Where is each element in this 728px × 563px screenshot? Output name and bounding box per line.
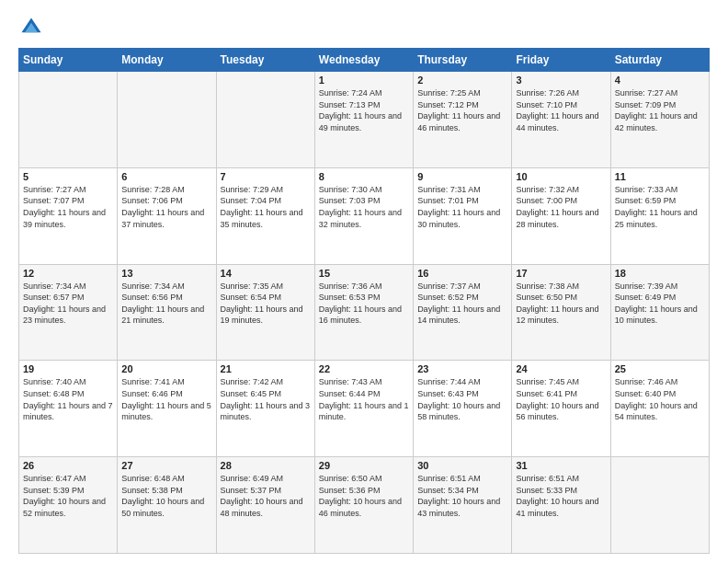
- day-info: Sunrise: 6:51 AM Sunset: 5:33 PM Dayligh…: [516, 473, 606, 519]
- day-info: Sunrise: 6:51 AM Sunset: 5:34 PM Dayligh…: [417, 473, 507, 519]
- day-cell: 26Sunrise: 6:47 AM Sunset: 5:39 PM Dayli…: [19, 457, 118, 554]
- day-number: 6: [121, 171, 211, 182]
- day-cell: 5Sunrise: 7:27 AM Sunset: 7:07 PM Daylig…: [19, 167, 118, 264]
- day-number: 19: [23, 363, 113, 374]
- day-number: 30: [417, 460, 507, 471]
- day-number: 31: [516, 460, 606, 471]
- day-number: 25: [615, 363, 705, 374]
- day-number: 15: [319, 268, 409, 279]
- day-info: Sunrise: 7:34 AM Sunset: 6:57 PM Dayligh…: [23, 281, 113, 327]
- day-number: 2: [417, 75, 507, 86]
- weekday-header-row: SundayMondayTuesdayWednesdayThursdayFrid…: [19, 49, 710, 72]
- day-number: 23: [417, 363, 507, 374]
- day-cell: 3Sunrise: 7:26 AM Sunset: 7:10 PM Daylig…: [512, 72, 610, 168]
- day-info: Sunrise: 7:27 AM Sunset: 7:09 PM Dayligh…: [615, 87, 705, 133]
- day-cell: [118, 72, 216, 168]
- day-number: 12: [23, 268, 113, 279]
- logo: [18, 15, 48, 40]
- day-number: 18: [615, 268, 705, 279]
- day-info: Sunrise: 7:36 AM Sunset: 6:53 PM Dayligh…: [319, 281, 409, 327]
- day-cell: 14Sunrise: 7:35 AM Sunset: 6:54 PM Dayli…: [216, 264, 314, 361]
- day-info: Sunrise: 7:32 AM Sunset: 7:00 PM Dayligh…: [516, 184, 606, 230]
- day-info: Sunrise: 7:44 AM Sunset: 6:43 PM Dayligh…: [417, 376, 507, 422]
- day-info: Sunrise: 6:47 AM Sunset: 5:39 PM Dayligh…: [23, 473, 113, 519]
- day-info: Sunrise: 7:25 AM Sunset: 7:12 PM Dayligh…: [417, 87, 507, 133]
- day-info: Sunrise: 6:48 AM Sunset: 5:38 PM Dayligh…: [121, 473, 211, 519]
- day-number: 5: [23, 171, 113, 182]
- day-info: Sunrise: 7:35 AM Sunset: 6:54 PM Dayligh…: [221, 281, 311, 327]
- day-info: Sunrise: 7:27 AM Sunset: 7:07 PM Dayligh…: [23, 184, 113, 230]
- week-row-5: 26Sunrise: 6:47 AM Sunset: 5:39 PM Dayli…: [19, 457, 710, 554]
- day-number: 24: [516, 363, 606, 374]
- day-cell: [19, 72, 118, 168]
- day-info: Sunrise: 7:26 AM Sunset: 7:10 PM Dayligh…: [516, 87, 606, 133]
- page: SundayMondayTuesdayWednesdayThursdayFrid…: [0, 0, 728, 563]
- day-cell: 16Sunrise: 7:37 AM Sunset: 6:52 PM Dayli…: [414, 264, 512, 361]
- day-number: 29: [319, 460, 409, 471]
- weekday-header-saturday: Saturday: [610, 49, 709, 72]
- header: [18, 15, 710, 40]
- weekday-header-tuesday: Tuesday: [216, 49, 314, 72]
- logo-icon: [18, 15, 44, 40]
- day-cell: 19Sunrise: 7:40 AM Sunset: 6:48 PM Dayli…: [19, 361, 118, 457]
- day-cell: 4Sunrise: 7:27 AM Sunset: 7:09 PM Daylig…: [610, 72, 709, 168]
- day-cell: 18Sunrise: 7:39 AM Sunset: 6:49 PM Dayli…: [610, 264, 709, 361]
- day-number: 7: [221, 171, 311, 182]
- day-cell: 29Sunrise: 6:50 AM Sunset: 5:36 PM Dayli…: [314, 457, 413, 554]
- day-info: Sunrise: 7:42 AM Sunset: 6:45 PM Dayligh…: [221, 376, 311, 422]
- week-row-3: 12Sunrise: 7:34 AM Sunset: 6:57 PM Dayli…: [19, 264, 710, 361]
- day-info: Sunrise: 7:31 AM Sunset: 7:01 PM Dayligh…: [417, 184, 507, 230]
- day-info: Sunrise: 7:41 AM Sunset: 6:46 PM Dayligh…: [121, 376, 211, 422]
- day-cell: 21Sunrise: 7:42 AM Sunset: 6:45 PM Dayli…: [216, 361, 314, 457]
- day-number: 9: [417, 171, 507, 182]
- day-number: 27: [121, 460, 211, 471]
- day-info: Sunrise: 7:29 AM Sunset: 7:04 PM Dayligh…: [221, 184, 311, 230]
- weekday-header-friday: Friday: [512, 49, 610, 72]
- weekday-header-sunday: Sunday: [19, 49, 118, 72]
- day-info: Sunrise: 7:37 AM Sunset: 6:52 PM Dayligh…: [417, 281, 507, 327]
- weekday-header-monday: Monday: [118, 49, 216, 72]
- weekday-header-wednesday: Wednesday: [314, 49, 413, 72]
- day-info: Sunrise: 7:38 AM Sunset: 6:50 PM Dayligh…: [516, 281, 606, 327]
- day-cell: 8Sunrise: 7:30 AM Sunset: 7:03 PM Daylig…: [314, 167, 413, 264]
- day-number: 1: [319, 75, 409, 86]
- day-cell: 24Sunrise: 7:45 AM Sunset: 6:41 PM Dayli…: [512, 361, 610, 457]
- week-row-4: 19Sunrise: 7:40 AM Sunset: 6:48 PM Dayli…: [19, 361, 710, 457]
- day-number: 3: [516, 75, 606, 86]
- day-cell: 2Sunrise: 7:25 AM Sunset: 7:12 PM Daylig…: [414, 72, 512, 168]
- day-cell: 10Sunrise: 7:32 AM Sunset: 7:00 PM Dayli…: [512, 167, 610, 264]
- day-info: Sunrise: 7:30 AM Sunset: 7:03 PM Dayligh…: [319, 184, 409, 230]
- day-info: Sunrise: 6:49 AM Sunset: 5:37 PM Dayligh…: [221, 473, 311, 519]
- day-number: 10: [516, 171, 606, 182]
- day-cell: 12Sunrise: 7:34 AM Sunset: 6:57 PM Dayli…: [19, 264, 118, 361]
- day-number: 26: [23, 460, 113, 471]
- day-cell: [216, 72, 314, 168]
- day-cell: 30Sunrise: 6:51 AM Sunset: 5:34 PM Dayli…: [414, 457, 512, 554]
- day-cell: 1Sunrise: 7:24 AM Sunset: 7:13 PM Daylig…: [314, 72, 413, 168]
- day-cell: 28Sunrise: 6:49 AM Sunset: 5:37 PM Dayli…: [216, 457, 314, 554]
- day-cell: 7Sunrise: 7:29 AM Sunset: 7:04 PM Daylig…: [216, 167, 314, 264]
- day-info: Sunrise: 7:40 AM Sunset: 6:48 PM Dayligh…: [23, 376, 113, 422]
- day-number: 16: [417, 268, 507, 279]
- week-row-1: 1Sunrise: 7:24 AM Sunset: 7:13 PM Daylig…: [19, 72, 710, 168]
- day-number: 22: [319, 363, 409, 374]
- week-row-2: 5Sunrise: 7:27 AM Sunset: 7:07 PM Daylig…: [19, 167, 710, 264]
- day-cell: 15Sunrise: 7:36 AM Sunset: 6:53 PM Dayli…: [314, 264, 413, 361]
- day-number: 17: [516, 268, 606, 279]
- day-info: Sunrise: 7:28 AM Sunset: 7:06 PM Dayligh…: [121, 184, 211, 230]
- day-cell: 11Sunrise: 7:33 AM Sunset: 6:59 PM Dayli…: [610, 167, 709, 264]
- day-number: 20: [121, 363, 211, 374]
- day-info: Sunrise: 7:33 AM Sunset: 6:59 PM Dayligh…: [615, 184, 705, 230]
- day-number: 4: [615, 75, 705, 86]
- day-info: Sunrise: 7:34 AM Sunset: 6:56 PM Dayligh…: [121, 281, 211, 327]
- weekday-header-thursday: Thursday: [414, 49, 512, 72]
- day-cell: 6Sunrise: 7:28 AM Sunset: 7:06 PM Daylig…: [118, 167, 216, 264]
- day-info: Sunrise: 7:24 AM Sunset: 7:13 PM Dayligh…: [319, 87, 409, 133]
- day-info: Sunrise: 7:46 AM Sunset: 6:40 PM Dayligh…: [615, 376, 705, 422]
- calendar: SundayMondayTuesdayWednesdayThursdayFrid…: [18, 48, 710, 554]
- day-number: 11: [615, 171, 705, 182]
- day-info: Sunrise: 7:45 AM Sunset: 6:41 PM Dayligh…: [516, 376, 606, 422]
- day-info: Sunrise: 7:43 AM Sunset: 6:44 PM Dayligh…: [319, 376, 409, 422]
- day-cell: 22Sunrise: 7:43 AM Sunset: 6:44 PM Dayli…: [314, 361, 413, 457]
- day-number: 13: [121, 268, 211, 279]
